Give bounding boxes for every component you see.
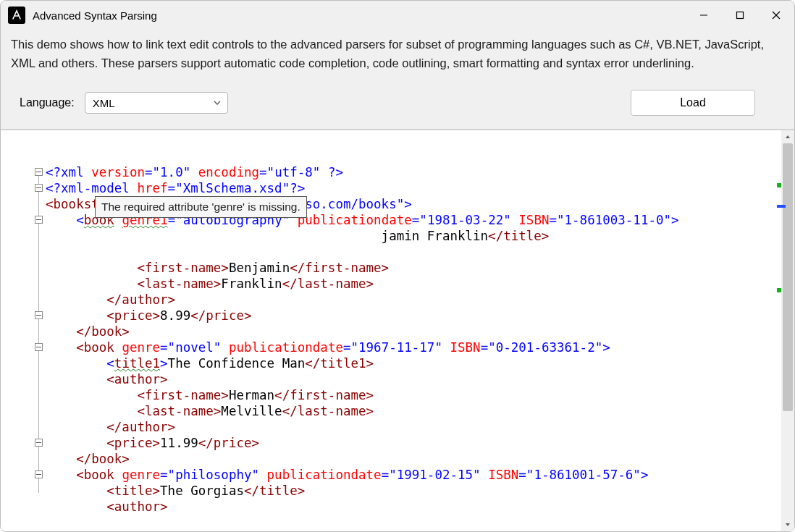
code-line[interactable]: </author> [46, 292, 781, 308]
code-line[interactable]: jamin Franklin</title> [46, 228, 781, 244]
marker-green-icon [777, 183, 781, 187]
scroll-down-button[interactable] [781, 518, 794, 531]
fold-toggle[interactable] [35, 216, 43, 224]
window-title: Advanced Syntax Parsing [33, 9, 157, 22]
fold-toggle[interactable] [35, 470, 43, 478]
code-line[interactable]: <first-name>Herman</first-name> [46, 387, 781, 403]
titlebar: Advanced Syntax Parsing [1, 1, 794, 30]
code-line[interactable]: <author> [46, 371, 781, 387]
close-button[interactable] [758, 1, 794, 30]
marker-blue-icon [777, 205, 786, 208]
minimize-button[interactable] [686, 1, 722, 30]
app-window: Advanced Syntax Parsing This demo shows … [0, 0, 795, 532]
marker-green-icon [777, 288, 781, 292]
code-line[interactable]: <?xml version="1.0" encoding="utf-8" ?> [46, 164, 781, 180]
error-tooltip: The required attribute 'genre' is missin… [95, 196, 307, 218]
code-line[interactable]: <last-name>Franklin</last-name> [46, 276, 781, 292]
code-line[interactable] [46, 244, 781, 260]
fold-toggle[interactable] [35, 343, 43, 351]
code-line[interactable]: <?xml-model href="XmlSchema.xsd"?> [46, 180, 781, 196]
controls-row: Language: XML Load [11, 90, 784, 116]
code-line[interactable]: <price>8.99</price> [46, 308, 781, 324]
scroll-up-button[interactable] [781, 130, 794, 143]
code-line[interactable]: </book> [46, 451, 781, 467]
fold-toggle[interactable] [35, 311, 43, 319]
chevron-down-icon [213, 98, 222, 107]
code-area[interactable]: <?xml version="1.0" encoding="utf-8" ?><… [46, 130, 781, 531]
svg-rect-1 [737, 12, 744, 19]
description-text: This demo shows how to link text edit co… [11, 35, 784, 72]
code-line[interactable]: <author> [46, 499, 781, 515]
code-editor[interactable]: <?xml version="1.0" encoding="utf-8" ?><… [1, 130, 794, 531]
code-line[interactable]: <book genre="philosophy" publicationdate… [46, 467, 781, 483]
header-panel: This demo shows how to link text edit co… [1, 30, 794, 130]
code-line[interactable]: </author> [46, 419, 781, 435]
language-value: XML [93, 97, 115, 109]
fold-toggle[interactable] [35, 439, 43, 447]
language-label: Language: [11, 96, 75, 109]
fold-toggle[interactable] [35, 184, 43, 192]
fold-toggle[interactable] [35, 168, 43, 176]
code-line[interactable]: </book> [46, 324, 781, 339]
code-line[interactable]: <first-name>Benjamin</first-name> [46, 260, 781, 276]
app-icon [8, 7, 25, 24]
code-line[interactable]: <last-name>Melville</last-name> [46, 403, 781, 419]
code-line[interactable]: <title>The Gorgias</title> [46, 483, 781, 499]
scroll-track[interactable] [781, 143, 794, 518]
code-line[interactable]: <price>11.99</price> [46, 435, 781, 451]
scroll-thumb[interactable] [783, 143, 793, 411]
fold-gutter [1, 130, 46, 531]
code-line[interactable]: <book genre="novel" publicationdate="196… [46, 339, 781, 355]
code-line[interactable]: <title1>The Confidence Man</title1> [46, 355, 781, 371]
maximize-button[interactable] [722, 1, 758, 30]
load-button[interactable]: Load [631, 90, 755, 116]
vertical-scrollbar[interactable] [781, 130, 794, 531]
language-select[interactable]: XML [85, 92, 228, 114]
